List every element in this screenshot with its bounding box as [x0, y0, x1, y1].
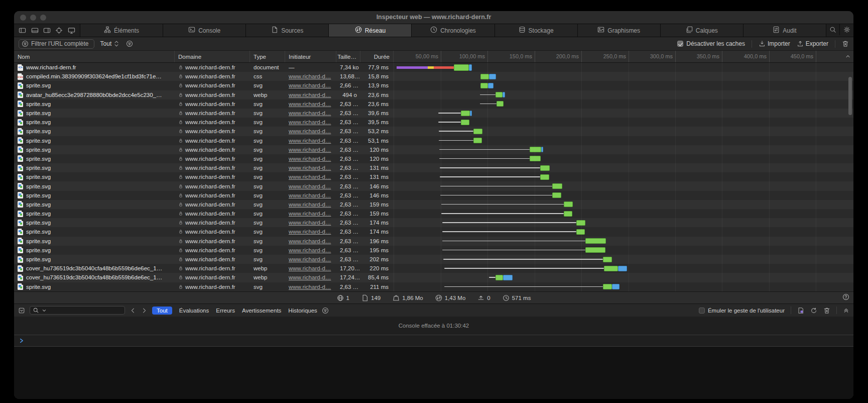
resource-type-select[interactable]: Tout — [100, 40, 120, 47]
tab-stockage[interactable]: Stockage — [495, 24, 578, 37]
initiator-link[interactable]: www.richard-d… — [289, 265, 331, 271]
initiator-link[interactable]: www.richard-d… — [289, 82, 331, 88]
table-row[interactable]: sprite.svgwww.richard-dern.frsvgwww.rich… — [14, 81, 853, 90]
refresh-icon[interactable] — [810, 307, 817, 314]
initiator-link[interactable]: www.richard-d… — [289, 238, 331, 244]
table-row[interactable]: sprite.svgwww.richard-dern.frsvgwww.rich… — [14, 200, 853, 209]
initiator-link[interactable]: www.richard-d… — [289, 128, 331, 134]
initiator-link[interactable]: www.richard-d… — [289, 247, 331, 253]
table-row[interactable]: sprite.svgwww.richard-dern.frsvgwww.rich… — [14, 227, 853, 236]
console-search-input[interactable] — [30, 306, 125, 315]
column-header-domaine[interactable]: Domaine — [175, 51, 250, 62]
console-prompt[interactable] — [14, 335, 853, 347]
table-row[interactable]: csscompiled.min.38390909f303624ed9e1cf1b… — [14, 72, 853, 81]
table-row[interactable]: sprite.svgwww.richard-dern.frsvgwww.rich… — [14, 246, 853, 255]
initiator-link[interactable]: www.richard-d… — [289, 220, 331, 226]
table-row[interactable]: sprite.svgwww.richard-dern.frsvgwww.rich… — [14, 109, 853, 118]
initiator-link[interactable]: www.richard-d… — [289, 165, 331, 171]
zoom-window-button[interactable] — [40, 15, 46, 21]
column-header-duree[interactable]: Durée — [360, 51, 394, 62]
table-row[interactable]: <>www.richard-dern.frwww.richard-dern.fr… — [14, 63, 853, 72]
console-scope-tout[interactable]: Tout — [152, 307, 172, 315]
element-picker-icon[interactable] — [54, 25, 64, 36]
initiator-link[interactable]: www.richard-d… — [289, 92, 331, 98]
initiator-link[interactable]: www.richard-d… — [289, 147, 331, 153]
table-row[interactable]: sprite.svgwww.richard-dern.frsvgwww.rich… — [14, 255, 853, 264]
tab-graphismes[interactable]: Graphismes — [578, 24, 661, 37]
table-row[interactable]: sprite.svgwww.richard-dern.frsvgwww.rich… — [14, 218, 853, 227]
table-row[interactable]: avatar_hu85ecc3e298728880b0bde2dcc4e5c23… — [14, 90, 853, 99]
close-window-button[interactable] — [20, 15, 26, 21]
table-row[interactable]: sprite.svgwww.richard-dern.frsvgwww.rich… — [14, 154, 853, 163]
table-row[interactable]: sprite.svgwww.richard-dern.frsvgwww.rich… — [14, 145, 853, 154]
table-row[interactable]: sprite.svgwww.richard-dern.frsvgwww.rich… — [14, 136, 853, 145]
column-header-type[interactable]: Type — [250, 51, 285, 62]
table-row[interactable]: sprite.svgwww.richard-dern.frsvgwww.rich… — [14, 172, 853, 181]
import-button[interactable]: Importer — [759, 40, 790, 47]
initiator-link[interactable]: www.richard-d… — [289, 211, 331, 217]
table-row[interactable]: sprite.svgwww.richard-dern.frsvgwww.rich… — [14, 99, 853, 109]
collapse-console-icon[interactable] — [843, 307, 849, 314]
initiator-link[interactable]: www.richard-d… — [289, 256, 331, 262]
initiator-link[interactable]: www.richard-d… — [289, 274, 331, 280]
initiator-link[interactable]: www.richard-d… — [289, 101, 331, 107]
next-result-button[interactable] — [141, 307, 148, 314]
tab-audit[interactable]: Audit — [743, 24, 826, 37]
table-row[interactable]: sprite.svgwww.richard-dern.frsvgwww.rich… — [14, 163, 853, 172]
initiator-link[interactable]: www.richard-d… — [289, 284, 331, 290]
column-header-taille[interactable]: Taille… — [336, 51, 360, 62]
table-row[interactable]: sprite.svgwww.richard-dern.frsvgwww.rich… — [14, 181, 853, 190]
settings-gear-icon[interactable] — [840, 24, 853, 35]
table-row[interactable]: sprite.svgwww.richard-dern.frsvgwww.rich… — [14, 209, 853, 218]
tab-calques[interactable]: Calques — [661, 24, 743, 37]
initiator-link[interactable]: www.richard-d… — [289, 110, 331, 116]
help-icon[interactable] — [842, 293, 849, 300]
column-header-nom[interactable]: Nom — [14, 51, 175, 62]
initiator-link[interactable]: www.richard-d… — [289, 119, 331, 125]
dock-right-icon[interactable] — [42, 25, 52, 36]
previous-result-button[interactable] — [130, 307, 137, 314]
tab-sources[interactable]: Sources — [246, 24, 329, 37]
console-scope-avertissements[interactable]: Avertissements — [242, 308, 281, 314]
table-row[interactable]: cover_hu736519dc3b5040cfa48b6b559b6de6ec… — [14, 273, 853, 282]
column-header-initiateur[interactable]: Initiateur — [285, 51, 336, 62]
emulate-user-gesture-checkbox[interactable]: Émuler le geste de l'utilisateur — [699, 308, 785, 314]
console-scope-erreurs[interactable]: Erreurs — [216, 308, 235, 314]
disable-caches-checkbox[interactable]: Désactiver les caches — [677, 40, 745, 47]
table-row[interactable]: cover_hu736519dc3b5040cfa48b6b559b6de6ec… — [14, 264, 853, 273]
console-scope-evaluations[interactable]: Évaluations — [179, 308, 209, 314]
minimize-window-button[interactable] — [30, 15, 36, 21]
console-filter-icon[interactable] — [322, 307, 329, 314]
initiator-link[interactable]: www.richard-d… — [289, 192, 331, 198]
initiator-link[interactable]: www.richard-d… — [289, 174, 331, 180]
dock-left-icon[interactable] — [17, 25, 28, 36]
initiator-link[interactable]: www.richard-d… — [289, 156, 331, 162]
initiator-link[interactable]: www.richard-d… — [289, 229, 331, 235]
console-scope-historiques[interactable]: Historiques — [288, 308, 317, 314]
url-filter-input[interactable]: Filtrer l'URL complète — [19, 39, 94, 49]
clear-network-trash-icon[interactable] — [842, 40, 849, 47]
filter-circle-icon[interactable] — [126, 40, 133, 47]
initiator-link[interactable]: www.richard-d… — [289, 73, 331, 79]
vertical-scrollbar[interactable] — [848, 77, 852, 115]
tab-elements[interactable]: Éléments — [80, 24, 163, 37]
table-row[interactable]: sprite.svgwww.richard-dern.frsvgwww.rich… — [14, 237, 853, 246]
export-button[interactable]: Exporter — [797, 40, 828, 47]
dock-bottom-icon[interactable] — [29, 25, 40, 36]
table-row[interactable]: sprite.svgwww.richard-dern.frsvgwww.rich… — [14, 118, 853, 127]
tab-chronologies[interactable]: Chronologies — [412, 24, 494, 37]
tab-reseau[interactable]: Réseau — [329, 24, 412, 37]
table-row[interactable]: sprite.svgwww.richard-dern.frsvgwww.rich… — [14, 127, 853, 136]
clear-console-trash-icon[interactable] — [823, 307, 830, 314]
script-log-icon[interactable] — [797, 307, 804, 314]
table-row[interactable]: sprite.svgwww.richard-dern.frsvgwww.rich… — [14, 282, 853, 291]
scroll-up-icon[interactable] — [844, 53, 851, 60]
search-icon[interactable] — [826, 24, 840, 35]
initiator-link[interactable]: www.richard-d… — [289, 183, 331, 189]
tab-console[interactable]: Console — [163, 24, 246, 37]
console-picker-icon[interactable] — [18, 307, 25, 314]
initiator-link[interactable]: www.richard-d… — [289, 138, 331, 144]
initiator-link[interactable]: www.richard-d… — [289, 201, 331, 208]
device-icon[interactable] — [66, 25, 77, 36]
table-row[interactable]: sprite.svgwww.richard-dern.frsvgwww.rich… — [14, 191, 853, 200]
